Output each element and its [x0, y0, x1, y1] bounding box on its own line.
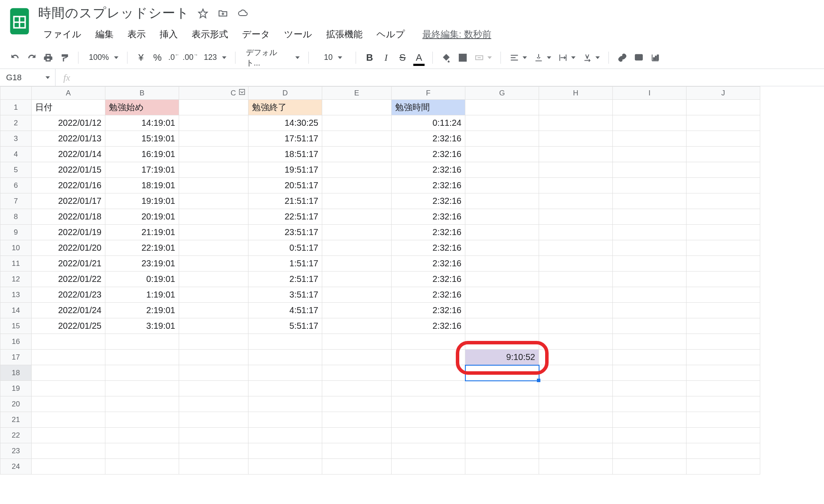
- document-title[interactable]: 時間のスプレッドシート: [38, 4, 190, 22]
- menu-format[interactable]: 表示形式: [186, 26, 233, 42]
- cell[interactable]: [392, 381, 465, 396]
- cell[interactable]: [613, 100, 687, 115]
- cloud-status-icon[interactable]: [236, 7, 249, 20]
- cell[interactable]: 21:19:01: [105, 225, 179, 240]
- cell[interactable]: [105, 365, 179, 381]
- cell[interactable]: [687, 147, 760, 162]
- fill-color-button[interactable]: [439, 50, 454, 65]
- cell[interactable]: [687, 131, 760, 147]
- cell[interactable]: [539, 459, 613, 475]
- cell[interactable]: [32, 365, 105, 381]
- cell[interactable]: [687, 459, 760, 475]
- cell[interactable]: [687, 240, 760, 256]
- cell[interactable]: [613, 209, 687, 225]
- cell[interactable]: [687, 193, 760, 209]
- cell[interactable]: 2:32:16: [392, 209, 465, 225]
- vertical-align-button[interactable]: [531, 53, 554, 62]
- redo-button[interactable]: [24, 50, 39, 65]
- cell[interactable]: [179, 162, 249, 178]
- cell[interactable]: [687, 318, 760, 334]
- cell[interactable]: [613, 193, 687, 209]
- cell[interactable]: [179, 100, 249, 115]
- cell[interactable]: [687, 100, 760, 115]
- cell[interactable]: [539, 303, 613, 318]
- cell[interactable]: [179, 147, 249, 162]
- cell[interactable]: 日付: [32, 100, 105, 115]
- row-header[interactable]: 6: [0, 178, 32, 193]
- cell[interactable]: [465, 193, 539, 209]
- row-header[interactable]: 24: [0, 459, 32, 475]
- sheets-logo[interactable]: [7, 4, 32, 38]
- menu-tools[interactable]: ツール: [279, 26, 317, 42]
- cell[interactable]: [179, 287, 249, 303]
- cell[interactable]: [32, 459, 105, 475]
- cell[interactable]: [539, 428, 613, 443]
- cell[interactable]: [613, 459, 687, 475]
- zoom-select[interactable]: 100%: [85, 53, 121, 62]
- bold-button[interactable]: B: [362, 50, 377, 65]
- row-header[interactable]: 1: [0, 100, 32, 115]
- cell[interactable]: [465, 225, 539, 240]
- cell[interactable]: [613, 443, 687, 459]
- row-header[interactable]: 12: [0, 272, 32, 287]
- borders-button[interactable]: [455, 50, 470, 65]
- formula-input[interactable]: [78, 69, 824, 86]
- cell[interactable]: 勉強始め: [105, 100, 179, 115]
- cell[interactable]: [613, 350, 687, 365]
- cell[interactable]: [249, 396, 322, 412]
- cell[interactable]: [539, 209, 613, 225]
- cell[interactable]: [539, 178, 613, 193]
- cell[interactable]: 2:32:16: [392, 240, 465, 256]
- cell[interactable]: [613, 287, 687, 303]
- text-color-button[interactable]: A: [412, 50, 426, 65]
- filter-icon[interactable]: [239, 88, 245, 98]
- cell[interactable]: [322, 240, 392, 256]
- cell[interactable]: [32, 334, 105, 350]
- cell[interactable]: 2:19:01: [105, 303, 179, 318]
- cell[interactable]: 2022/01/25: [32, 318, 105, 334]
- cell[interactable]: 21:51:17: [249, 193, 322, 209]
- cell[interactable]: [465, 147, 539, 162]
- cell[interactable]: [179, 256, 249, 272]
- row-header[interactable]: 10: [0, 240, 32, 256]
- cell[interactable]: 22:19:01: [105, 240, 179, 256]
- cell[interactable]: [249, 412, 322, 428]
- cell[interactable]: [322, 287, 392, 303]
- cell[interactable]: [322, 225, 392, 240]
- cell[interactable]: [613, 303, 687, 318]
- insert-comment-button[interactable]: [631, 50, 646, 65]
- cell[interactable]: [322, 256, 392, 272]
- column-header[interactable]: B: [105, 87, 179, 100]
- cell[interactable]: [613, 178, 687, 193]
- cell[interactable]: 14:30:25: [249, 115, 322, 131]
- menu-insert[interactable]: 挿入: [154, 26, 183, 42]
- cell[interactable]: 2:32:16: [392, 303, 465, 318]
- cell[interactable]: 20:51:17: [249, 178, 322, 193]
- cell[interactable]: [322, 334, 392, 350]
- cell[interactable]: [613, 131, 687, 147]
- column-header[interactable]: A: [32, 87, 105, 100]
- cell[interactable]: [465, 443, 539, 459]
- cell[interactable]: [105, 350, 179, 365]
- cell[interactable]: [465, 287, 539, 303]
- cell[interactable]: [465, 412, 539, 428]
- cell[interactable]: 勉強時間: [392, 100, 465, 115]
- cell[interactable]: [322, 396, 392, 412]
- cell[interactable]: [687, 256, 760, 272]
- italic-button[interactable]: I: [379, 50, 393, 65]
- cell[interactable]: [249, 381, 322, 396]
- cell[interactable]: [322, 131, 392, 147]
- cell[interactable]: 2022/01/19: [32, 225, 105, 240]
- row-header[interactable]: 23: [0, 443, 32, 459]
- row-header[interactable]: 11: [0, 256, 32, 272]
- cell[interactable]: [465, 459, 539, 475]
- cell[interactable]: [322, 381, 392, 396]
- cell[interactable]: 2022/01/21: [32, 256, 105, 272]
- menu-view[interactable]: 表示: [122, 26, 151, 42]
- row-header[interactable]: 8: [0, 209, 32, 225]
- cell[interactable]: [465, 318, 539, 334]
- cell[interactable]: [613, 428, 687, 443]
- cell[interactable]: [179, 428, 249, 443]
- cell[interactable]: [539, 412, 613, 428]
- cell[interactable]: 0:11:24: [392, 115, 465, 131]
